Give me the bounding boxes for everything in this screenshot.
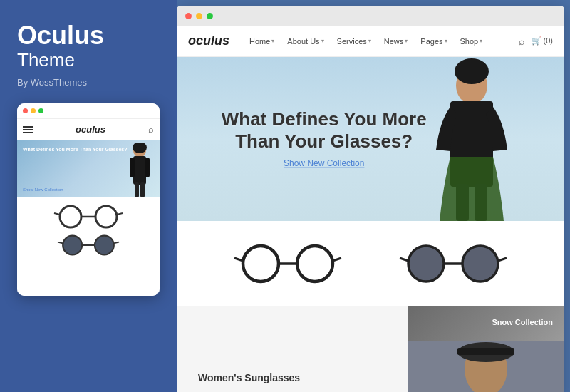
mobile-hamburger-icon[interactable]	[23, 126, 33, 133]
svg-point-12	[63, 236, 82, 255]
womens-label: Women's Sunglasses	[198, 372, 386, 383]
nav-about-arrow: ▾	[321, 38, 324, 44]
nav-services-arrow: ▾	[368, 38, 371, 44]
mobile-dot-yellow	[31, 108, 36, 113]
mobile-glasses-dark	[56, 233, 120, 257]
site-nav-links: Home ▾ About Us ▾ Services ▾ News ▾ Page…	[244, 34, 518, 48]
browser-topbar	[177, 6, 564, 26]
hero-headline: What Defines You More Than Your Glasses?	[222, 108, 427, 153]
nav-shop-arrow: ▾	[480, 38, 482, 44]
product-dark-glasses[interactable]	[396, 242, 510, 285]
browser-dot-yellow	[196, 13, 202, 19]
browser-dot-green	[207, 13, 213, 19]
svg-rect-35	[457, 348, 514, 355]
svg-line-25	[234, 258, 243, 261]
hero-figure	[408, 57, 536, 221]
svg-line-10	[54, 213, 60, 215]
svg-rect-4	[145, 158, 150, 177]
bottom-right: Snow Collection	[408, 306, 564, 392]
mobile-logo: oculus	[76, 124, 105, 135]
mobile-mockup: oculus ⌕ What Defines You More Than Your…	[17, 103, 160, 296]
svg-point-27	[408, 246, 444, 282]
mobile-nav: oculus ⌕	[17, 119, 160, 140]
search-icon[interactable]: ⌕	[519, 36, 524, 47]
svg-line-16	[114, 242, 119, 244]
nav-news-arrow: ▾	[405, 38, 408, 44]
snow-collection-label: Snow Collection	[492, 318, 553, 326]
site-hero: What Defines You More Than Your Glasses?…	[177, 57, 564, 221]
browser-content: oculus Home ▾ About Us ▾ Services ▾ News…	[177, 26, 564, 392]
cart-badge[interactable]: 🛒 (0)	[532, 36, 554, 46]
svg-rect-3	[130, 158, 135, 177]
mobile-topbar	[17, 103, 160, 119]
mobile-dot-green	[38, 108, 43, 113]
products-row	[177, 221, 564, 306]
svg-point-22	[243, 246, 279, 282]
svg-line-15	[58, 242, 63, 244]
svg-rect-5	[135, 182, 139, 197]
svg-line-30	[400, 258, 408, 261]
svg-point-7	[60, 206, 81, 227]
left-panel: Oculus Theme By WossThemes oculus ⌕ What…	[0, 0, 177, 392]
product-clear-glasses[interactable]	[231, 242, 345, 285]
svg-point-13	[95, 236, 114, 255]
mobile-glasses-section	[17, 197, 160, 296]
browser-dot-red	[185, 13, 192, 19]
svg-point-23	[297, 246, 333, 282]
nav-shop[interactable]: Shop ▾	[455, 34, 489, 48]
mobile-hero-text: What Defines You More Than Your Glasses?	[23, 146, 128, 153]
mobile-search-icon[interactable]: ⌕	[148, 124, 154, 135]
nav-pages[interactable]: Pages ▾	[415, 34, 452, 48]
hero-cta[interactable]: Show New Collection	[284, 159, 364, 169]
svg-rect-1	[133, 156, 146, 185]
svg-point-8	[95, 206, 117, 227]
mobile-glasses-clear	[53, 203, 124, 230]
site-nav-icons: ⌕ 🛒 (0)	[519, 36, 554, 47]
svg-point-18	[455, 58, 489, 84]
hero-text-block: What Defines You More Than Your Glasses?…	[222, 108, 427, 169]
mobile-hero: What Defines You More Than Your Glasses?…	[17, 140, 160, 197]
site-navbar: oculus Home ▾ About Us ▾ Services ▾ News…	[177, 26, 564, 57]
bottom-row: Women's Sunglasses Snow Collection	[177, 306, 564, 392]
nav-home[interactable]: Home ▾	[244, 34, 280, 48]
svg-line-31	[498, 258, 507, 261]
dark-glasses-svg	[396, 242, 510, 285]
svg-line-11	[117, 213, 123, 215]
svg-point-28	[462, 246, 498, 282]
nav-home-arrow: ▾	[271, 38, 274, 44]
brand-title: Oculus Theme By WossThemes	[17, 21, 160, 88]
bottom-person-svg	[408, 341, 564, 392]
mobile-figure	[127, 143, 152, 197]
hero-figure-svg	[408, 57, 536, 221]
nav-news[interactable]: News ▾	[378, 34, 414, 48]
nav-about[interactable]: About Us ▾	[281, 34, 329, 48]
bottom-left: Women's Sunglasses	[177, 306, 408, 392]
nav-services[interactable]: Services ▾	[331, 34, 377, 48]
site-logo: oculus	[188, 33, 229, 48]
clear-glasses-svg	[231, 242, 345, 285]
mobile-hero-link[interactable]: Show New Collection	[23, 187, 63, 192]
nav-pages-arrow: ▾	[445, 38, 447, 44]
mobile-dot-red	[23, 108, 28, 113]
svg-line-26	[333, 258, 341, 261]
browser-panel: oculus Home ▾ About Us ▾ Services ▾ News…	[177, 6, 564, 392]
svg-rect-6	[140, 182, 145, 197]
